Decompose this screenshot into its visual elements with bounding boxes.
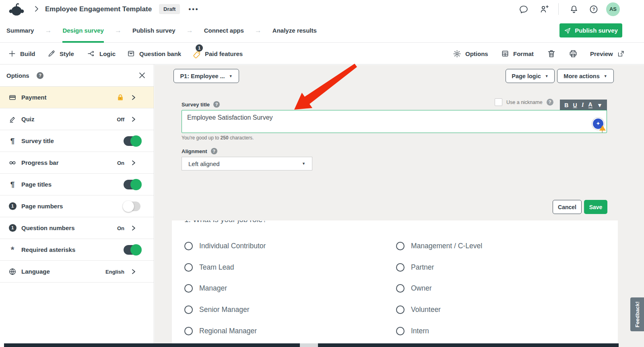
chevron-right-icon (131, 95, 136, 100)
survey-title-toggle[interactable] (124, 136, 140, 146)
credit-card-icon (7, 94, 18, 102)
page-logic-dropdown[interactable]: Page logic▼ (506, 69, 555, 83)
radio-icon[interactable] (184, 327, 193, 335)
sidebar-item-payment[interactable]: Payment (0, 87, 154, 108)
options-help-icon[interactable]: ? (37, 72, 43, 79)
tab-connect-apps[interactable]: Connect apps (204, 18, 244, 43)
page-titles-toggle[interactable] (124, 180, 140, 189)
answer-option[interactable]: Volunteer (396, 305, 441, 314)
options-panel: Options ? Payment Quiz Off ¶ Survey titl… (0, 64, 154, 347)
alignment-select[interactable]: Left aligned ▼ (182, 157, 312, 170)
ai-assist-button[interactable]: ✦! (592, 118, 604, 130)
answer-option[interactable]: Team Lead (184, 263, 234, 272)
alignment-help-icon[interactable]: ? (211, 148, 217, 154)
tab-summary[interactable]: Summary (6, 18, 34, 43)
close-icon[interactable] (138, 72, 146, 79)
step-arrow-icon: → (115, 18, 122, 43)
build-button[interactable]: Build (8, 43, 35, 64)
more-menu-button[interactable]: ●●● (188, 4, 200, 14)
answer-option[interactable]: Senior Manager (184, 305, 250, 314)
answer-option[interactable]: Owner (396, 284, 432, 293)
radio-icon[interactable] (184, 284, 193, 293)
asterisk-icon: * (7, 245, 18, 255)
text-format-toolbar: B U I A ▼ (560, 100, 607, 110)
answer-option[interactable]: Management / C-Level (396, 242, 482, 250)
survey-title-help-icon[interactable]: ? (213, 101, 220, 108)
style-button[interactable]: Style (47, 43, 74, 64)
radio-icon[interactable] (184, 305, 193, 314)
feedback-tab[interactable]: Feedback! (630, 297, 644, 331)
globe-icon (7, 268, 18, 276)
status-badge: Draft (159, 4, 180, 14)
underline-button[interactable]: U (573, 102, 577, 108)
radio-icon[interactable] (396, 263, 405, 272)
answer-option[interactable]: Intern (396, 327, 429, 335)
page-numbers-toggle[interactable] (124, 202, 140, 211)
nickname-help-icon[interactable]: ? (547, 99, 553, 106)
step-arrow-icon: → (186, 18, 193, 43)
chevron-right-icon (131, 160, 136, 166)
tab-analyze-results[interactable]: Analyze results (272, 18, 317, 43)
print-icon[interactable] (568, 49, 578, 58)
avatar[interactable]: AS (606, 2, 620, 16)
required-asterisks-toggle[interactable] (124, 245, 140, 255)
sidebar-item-language[interactable]: Language English (0, 261, 154, 283)
use-nickname-checkbox[interactable] (495, 98, 502, 106)
help-icon[interactable]: ? (589, 4, 599, 14)
bold-button[interactable]: B (564, 102, 568, 108)
radio-icon[interactable] (396, 242, 405, 250)
publish-survey-button[interactable]: Publish survey (559, 23, 622, 37)
table-icon (501, 50, 509, 58)
question-title: 1. What is your job role? (184, 220, 618, 224)
question-bank-button[interactable]: Question bank (127, 43, 181, 64)
cancel-button[interactable]: Cancel (553, 200, 582, 214)
editor-toolbar: Build Style Logic Question bank Paid fea… (0, 43, 644, 64)
answer-option[interactable]: Individual Contributor (184, 242, 266, 250)
sidebar-item-page-numbers[interactable]: 1 Page numbers (0, 195, 154, 217)
text-color-button[interactable]: A (588, 102, 592, 108)
pencil-icon (7, 115, 18, 123)
radio-icon[interactable] (396, 305, 405, 314)
external-link-icon (617, 50, 625, 58)
survey-title-input[interactable] (182, 110, 607, 133)
number-one-icon: 1 (7, 202, 18, 210)
sidebar-item-progress-bar[interactable]: Progress bar On (0, 152, 154, 174)
survey-title-field-label: Survey title ? (182, 101, 220, 108)
page-select-dropdown[interactable]: P1: Employee ...▼ (173, 69, 239, 83)
header-divider (558, 3, 559, 15)
top-header: Employee Engagement Template Draft ●●● ?… (0, 0, 644, 18)
radio-icon[interactable] (184, 263, 193, 272)
format-button[interactable]: Format (501, 43, 534, 64)
logic-button[interactable]: Logic (87, 43, 116, 64)
delete-trash-icon[interactable] (547, 49, 556, 58)
preview-button[interactable]: Preview (590, 43, 625, 64)
italic-button[interactable]: I (582, 102, 584, 108)
surveymonkey-logo[interactable] (9, 2, 24, 16)
add-user-icon[interactable] (539, 4, 549, 14)
caret-down-icon[interactable]: ▼ (597, 102, 603, 108)
bottom-edge-bar (318, 343, 619, 347)
tab-publish-survey[interactable]: Publish survey (132, 18, 175, 43)
options-button[interactable]: Options (453, 43, 488, 64)
chat-icon[interactable] (519, 4, 528, 14)
sidebar-item-quiz[interactable]: Quiz Off (0, 108, 154, 130)
save-button[interactable]: Save (584, 200, 607, 214)
gear-icon (453, 50, 461, 58)
brush-icon (47, 50, 56, 58)
sidebar-item-required-asterisks[interactable]: * Required asterisks (0, 239, 154, 261)
sidebar-item-page-titles[interactable]: ¶ Page titles (0, 174, 154, 195)
notifications-bell-icon[interactable] (569, 4, 579, 14)
answer-option[interactable]: Manager (184, 284, 227, 293)
answer-option[interactable]: Partner (396, 263, 434, 272)
warning-triangle-icon: ! (599, 125, 606, 131)
number-one-icon: 1 (7, 224, 18, 232)
answer-option[interactable]: Regional Manager (184, 327, 257, 335)
radio-icon[interactable] (396, 327, 405, 335)
radio-icon[interactable] (184, 242, 193, 250)
chevron-right-icon (131, 269, 136, 274)
tab-design-survey[interactable]: Design survey (62, 18, 104, 43)
more-actions-dropdown[interactable]: More actions▼ (557, 69, 614, 83)
sidebar-item-survey-title[interactable]: ¶ Survey title (0, 130, 154, 152)
sidebar-item-question-numbers[interactable]: 1 Question numbers On (0, 217, 154, 239)
radio-icon[interactable] (396, 284, 405, 293)
